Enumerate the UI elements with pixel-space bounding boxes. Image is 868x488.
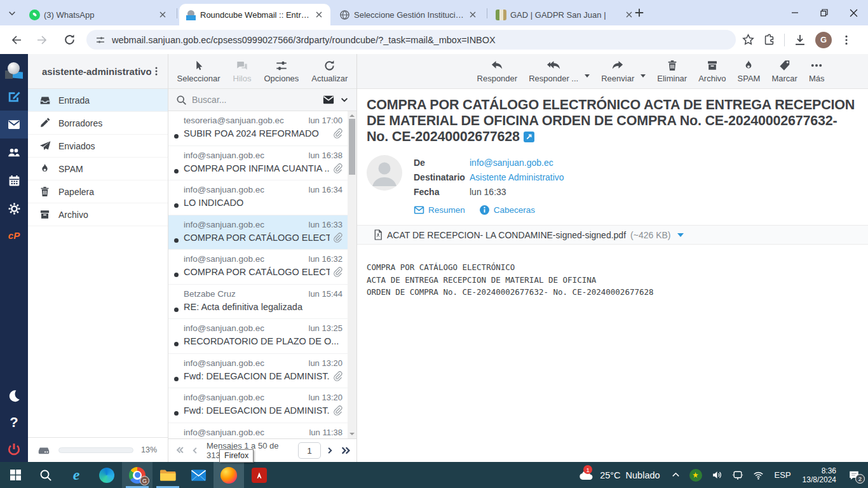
tab-close-icon[interactable] (158, 10, 168, 20)
browser-menu-icon[interactable] (841, 34, 852, 46)
message-row[interactable]: info@sanjuan.gob.eclun 13:20 Fwd: DELEGA… (168, 354, 348, 389)
tab-search-chevron-icon[interactable] (5, 6, 19, 20)
wifi-icon[interactable] (748, 462, 769, 488)
forward-dropdown-caret[interactable] (641, 74, 646, 78)
taskbar-search-button[interactable] (31, 462, 61, 488)
search-input[interactable] (192, 95, 317, 105)
tab-gad[interactable]: GAD | GADPR San Juan | (489, 4, 641, 25)
to-address-link[interactable]: Asistente Administrativo (470, 172, 564, 182)
attachment-bar[interactable]: ACAT DE RECEPCION- LA CONDAMINE-signed-s… (357, 225, 868, 245)
acrobat-button[interactable] (244, 462, 275, 488)
site-settings-icon[interactable] (95, 35, 105, 45)
compose-icon[interactable] (0, 83, 28, 111)
message-row[interactable]: info@sanjuan.gob.eclun 16:34 LO INDICADO (168, 180, 348, 215)
volume-icon[interactable] (707, 462, 728, 488)
weather-widget[interactable]: 1 25°C Nublado (572, 462, 666, 488)
prev-page-icon[interactable] (190, 446, 199, 455)
new-tab-button[interactable] (633, 6, 646, 19)
firefox-button[interactable] (214, 462, 244, 488)
extensions-icon[interactable] (763, 34, 775, 46)
message-row[interactable]: info@sanjuan.gob.eclun 13:25 RECORDATORI… (168, 319, 348, 354)
attachment-dropdown-caret[interactable] (677, 233, 684, 237)
last-page-icon[interactable] (340, 445, 350, 456)
page-number-input[interactable]: 1 (298, 442, 321, 459)
help-icon[interactable]: ? (0, 409, 28, 437)
contacts-icon[interactable] (0, 139, 28, 166)
profile-avatar[interactable]: G (815, 32, 832, 48)
message-row[interactable]: info@sanjuan.gob.eclun 16:38 COMPRA POR … (168, 146, 348, 181)
clock-widget[interactable]: 8:36 13/8/2024 (797, 462, 842, 488)
tab-close-icon[interactable] (468, 10, 478, 20)
scrollbar-thumb[interactable] (349, 119, 355, 175)
folder-papelera[interactable]: Papelera (28, 180, 168, 203)
cpanel-icon[interactable]: cP (0, 221, 28, 249)
reply-all-button[interactable]: Responder ... (529, 59, 578, 83)
folder-borradores[interactable]: Borradores (28, 112, 168, 135)
notification-center-button[interactable]: 2 (842, 462, 868, 488)
scroll-down-arrow[interactable] (349, 431, 355, 437)
folder-spam[interactable]: SPAM (28, 158, 168, 180)
archive-button[interactable]: Archivo (698, 59, 726, 83)
dark-mode-moon-icon[interactable] (0, 382, 28, 410)
downloads-icon[interactable] (794, 34, 806, 46)
internet-explorer-button[interactable]: e (61, 462, 92, 488)
logout-power-icon[interactable] (0, 435, 28, 463)
language-indicator[interactable]: ESP (769, 462, 797, 488)
message-row[interactable]: tesoreria@sanjuan.gob.eclun 17:00 SUBIR … (168, 111, 348, 146)
tab-whatsapp[interactable]: (3) WhatsApp (23, 4, 174, 25)
forward-button[interactable] (32, 29, 53, 51)
address-bar[interactable]: webmail.sanjuan.gob.ec/cpsess0999027566/… (86, 30, 736, 50)
minimize-button[interactable] (780, 0, 810, 25)
tab-roundcube[interactable]: Roundcube Webmail :: Entrada (179, 4, 330, 25)
message-row-selected[interactable]: info@sanjuan.gob.eclun 16:33 COMPRA POR … (168, 215, 348, 250)
message-row[interactable]: info@sanjuan.gob.eclun 16:32 COMPRA POR … (168, 250, 348, 285)
tray-chevron-up-icon[interactable] (667, 462, 685, 488)
next-page-icon[interactable] (326, 446, 335, 455)
edge-button[interactable] (92, 462, 122, 488)
calendar-icon[interactable] (0, 166, 28, 194)
reply-button[interactable]: Responder (477, 59, 518, 83)
tab-gestion[interactable]: Seleccione Gestión Instituciona (333, 4, 484, 25)
delete-button[interactable]: Eliminar (657, 59, 687, 83)
search-scope-envelope-icon[interactable] (322, 93, 335, 106)
tab-close-icon[interactable] (314, 10, 324, 20)
reply-all-dropdown-caret[interactable] (585, 74, 590, 78)
restore-button[interactable] (810, 0, 839, 25)
settings-gear-icon[interactable] (0, 194, 28, 222)
open-external-icon[interactable] (524, 132, 534, 142)
message-row[interactable]: info@sanjuan.gob.eclun 11:38 (168, 423, 348, 439)
bookmark-star-icon[interactable] (742, 34, 754, 46)
reload-button[interactable] (58, 29, 80, 51)
summary-link[interactable]: Resumen (414, 205, 465, 215)
close-window-button[interactable] (839, 0, 868, 25)
message-row[interactable]: info@sanjuan.gob.eclun 13:20 Fwd: DELEGA… (168, 388, 348, 423)
from-address-link[interactable]: info@sanjuan.gob.ec (470, 158, 553, 168)
start-button[interactable] (0, 462, 31, 488)
mail-icon[interactable] (0, 111, 28, 139)
list-scrollbar[interactable] (348, 111, 356, 438)
antivirus-tray-icon[interactable] (685, 462, 707, 488)
threads-button[interactable]: Hilos (233, 59, 252, 83)
folder-enviados[interactable]: Enviados (28, 135, 168, 158)
select-button[interactable]: Seleccionar (177, 59, 220, 83)
headers-link[interactable]: Cabeceras (479, 205, 535, 215)
attachment-name[interactable]: ACAT DE RECEPCION- LA CONDAMINE-signed-s… (387, 230, 626, 240)
connect-device-icon[interactable] (728, 462, 748, 488)
more-button[interactable]: Más (809, 59, 825, 83)
options-button[interactable]: Opciones (264, 59, 299, 83)
mark-button[interactable]: Marcar (771, 59, 797, 83)
folder-entrada[interactable]: Entrada (28, 89, 168, 112)
scroll-up-arrow[interactable] (349, 113, 355, 118)
mail-app-button[interactable] (183, 462, 214, 488)
account-menu-icon[interactable] (151, 66, 161, 76)
refresh-button[interactable]: Actualizar (311, 59, 348, 83)
search-options-chevron-icon[interactable] (340, 95, 349, 104)
chrome-button[interactable]: G (122, 462, 153, 488)
forward-button[interactable]: Reenviar (601, 59, 634, 83)
back-button[interactable] (5, 29, 27, 51)
message-row[interactable]: Betzabe Cruzlun 15:44 RE: Acta definitiv… (168, 285, 348, 320)
first-page-icon[interactable] (175, 445, 185, 456)
file-explorer-button[interactable] (153, 462, 183, 488)
spam-button[interactable]: SPAM (738, 59, 761, 83)
folder-archivo[interactable]: Archivo (28, 203, 168, 226)
